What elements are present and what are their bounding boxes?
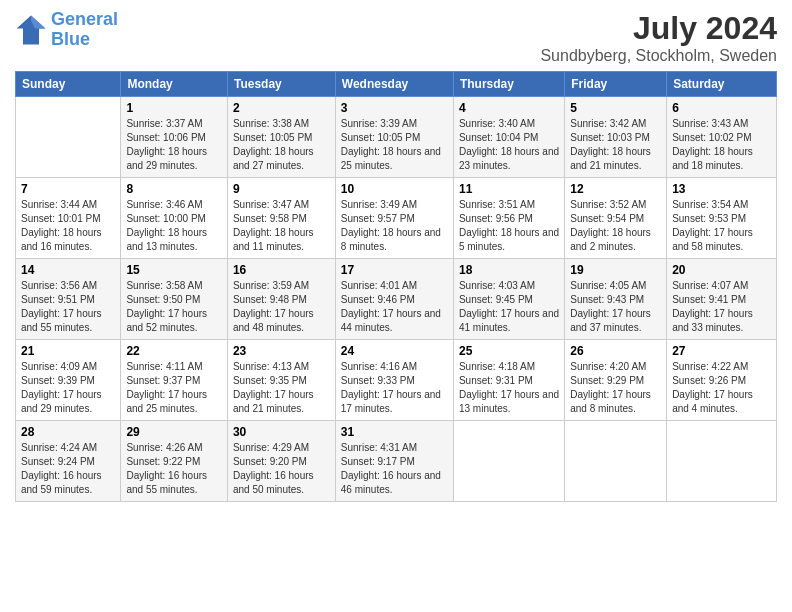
day-info: Sunrise: 4:31 AMSunset: 9:17 PMDaylight:… (341, 441, 448, 497)
day-info: Sunrise: 3:56 AMSunset: 9:51 PMDaylight:… (21, 279, 115, 335)
day-info: Sunrise: 3:42 AMSunset: 10:03 PMDaylight… (570, 117, 661, 173)
day-info: Sunrise: 3:44 AMSunset: 10:01 PMDaylight… (21, 198, 115, 254)
day-cell: 31Sunrise: 4:31 AMSunset: 9:17 PMDayligh… (335, 421, 453, 502)
day-info: Sunrise: 4:01 AMSunset: 9:46 PMDaylight:… (341, 279, 448, 335)
day-info: Sunrise: 4:03 AMSunset: 9:45 PMDaylight:… (459, 279, 559, 335)
day-cell: 25Sunrise: 4:18 AMSunset: 9:31 PMDayligh… (453, 340, 564, 421)
day-number: 15 (126, 263, 222, 277)
day-info: Sunrise: 4:07 AMSunset: 9:41 PMDaylight:… (672, 279, 771, 335)
day-cell: 29Sunrise: 4:26 AMSunset: 9:22 PMDayligh… (121, 421, 228, 502)
day-number: 13 (672, 182, 771, 196)
day-number: 23 (233, 344, 330, 358)
day-number: 25 (459, 344, 559, 358)
day-cell (16, 97, 121, 178)
day-number: 14 (21, 263, 115, 277)
day-info: Sunrise: 3:52 AMSunset: 9:54 PMDaylight:… (570, 198, 661, 254)
day-number: 4 (459, 101, 559, 115)
day-info: Sunrise: 4:11 AMSunset: 9:37 PMDaylight:… (126, 360, 222, 416)
weekday-header-row: SundayMondayTuesdayWednesdayThursdayFrid… (16, 72, 777, 97)
day-info: Sunrise: 3:39 AMSunset: 10:05 PMDaylight… (341, 117, 448, 173)
day-number: 20 (672, 263, 771, 277)
day-number: 8 (126, 182, 222, 196)
day-cell: 4Sunrise: 3:40 AMSunset: 10:04 PMDayligh… (453, 97, 564, 178)
weekday-header-sunday: Sunday (16, 72, 121, 97)
day-number: 29 (126, 425, 222, 439)
day-number: 10 (341, 182, 448, 196)
day-info: Sunrise: 4:16 AMSunset: 9:33 PMDaylight:… (341, 360, 448, 416)
header: General Blue July 2024 Sundbyberg, Stock… (15, 10, 777, 65)
day-cell (565, 421, 667, 502)
day-number: 2 (233, 101, 330, 115)
day-number: 22 (126, 344, 222, 358)
day-info: Sunrise: 3:51 AMSunset: 9:56 PMDaylight:… (459, 198, 559, 254)
day-info: Sunrise: 3:43 AMSunset: 10:02 PMDaylight… (672, 117, 771, 173)
day-number: 12 (570, 182, 661, 196)
day-number: 7 (21, 182, 115, 196)
day-cell: 30Sunrise: 4:29 AMSunset: 9:20 PMDayligh… (227, 421, 335, 502)
day-cell: 13Sunrise: 3:54 AMSunset: 9:53 PMDayligh… (667, 178, 777, 259)
day-cell: 12Sunrise: 3:52 AMSunset: 9:54 PMDayligh… (565, 178, 667, 259)
day-info: Sunrise: 4:26 AMSunset: 9:22 PMDaylight:… (126, 441, 222, 497)
logo: General Blue (15, 10, 118, 50)
day-info: Sunrise: 4:09 AMSunset: 9:39 PMDaylight:… (21, 360, 115, 416)
day-cell: 7Sunrise: 3:44 AMSunset: 10:01 PMDayligh… (16, 178, 121, 259)
day-cell: 19Sunrise: 4:05 AMSunset: 9:43 PMDayligh… (565, 259, 667, 340)
day-cell: 11Sunrise: 3:51 AMSunset: 9:56 PMDayligh… (453, 178, 564, 259)
day-info: Sunrise: 4:22 AMSunset: 9:26 PMDaylight:… (672, 360, 771, 416)
title-area: July 2024 Sundbyberg, Stockholm, Sweden (540, 10, 777, 65)
day-info: Sunrise: 4:29 AMSunset: 9:20 PMDaylight:… (233, 441, 330, 497)
calendar-table: SundayMondayTuesdayWednesdayThursdayFrid… (15, 71, 777, 502)
day-number: 3 (341, 101, 448, 115)
week-row-1: 1Sunrise: 3:37 AMSunset: 10:06 PMDayligh… (16, 97, 777, 178)
day-info: Sunrise: 4:05 AMSunset: 9:43 PMDaylight:… (570, 279, 661, 335)
day-cell: 10Sunrise: 3:49 AMSunset: 9:57 PMDayligh… (335, 178, 453, 259)
day-number: 21 (21, 344, 115, 358)
day-info: Sunrise: 3:37 AMSunset: 10:06 PMDaylight… (126, 117, 222, 173)
week-row-3: 14Sunrise: 3:56 AMSunset: 9:51 PMDayligh… (16, 259, 777, 340)
day-cell: 16Sunrise: 3:59 AMSunset: 9:48 PMDayligh… (227, 259, 335, 340)
weekday-header-thursday: Thursday (453, 72, 564, 97)
day-cell: 24Sunrise: 4:16 AMSunset: 9:33 PMDayligh… (335, 340, 453, 421)
day-number: 30 (233, 425, 330, 439)
day-cell: 1Sunrise: 3:37 AMSunset: 10:06 PMDayligh… (121, 97, 228, 178)
week-row-5: 28Sunrise: 4:24 AMSunset: 9:24 PMDayligh… (16, 421, 777, 502)
day-cell: 18Sunrise: 4:03 AMSunset: 9:45 PMDayligh… (453, 259, 564, 340)
day-cell (453, 421, 564, 502)
day-cell: 21Sunrise: 4:09 AMSunset: 9:39 PMDayligh… (16, 340, 121, 421)
day-cell (667, 421, 777, 502)
weekday-header-wednesday: Wednesday (335, 72, 453, 97)
day-cell: 20Sunrise: 4:07 AMSunset: 9:41 PMDayligh… (667, 259, 777, 340)
logo-icon (15, 14, 47, 46)
day-number: 18 (459, 263, 559, 277)
weekday-header-friday: Friday (565, 72, 667, 97)
day-cell: 14Sunrise: 3:56 AMSunset: 9:51 PMDayligh… (16, 259, 121, 340)
day-cell: 15Sunrise: 3:58 AMSunset: 9:50 PMDayligh… (121, 259, 228, 340)
day-cell: 28Sunrise: 4:24 AMSunset: 9:24 PMDayligh… (16, 421, 121, 502)
day-info: Sunrise: 3:58 AMSunset: 9:50 PMDaylight:… (126, 279, 222, 335)
day-number: 26 (570, 344, 661, 358)
day-number: 17 (341, 263, 448, 277)
day-number: 19 (570, 263, 661, 277)
day-info: Sunrise: 4:18 AMSunset: 9:31 PMDaylight:… (459, 360, 559, 416)
day-number: 27 (672, 344, 771, 358)
day-info: Sunrise: 3:47 AMSunset: 9:58 PMDaylight:… (233, 198, 330, 254)
logo-line2: Blue (51, 29, 90, 49)
main-title: July 2024 (540, 10, 777, 47)
weekday-header-monday: Monday (121, 72, 228, 97)
day-info: Sunrise: 4:13 AMSunset: 9:35 PMDaylight:… (233, 360, 330, 416)
day-number: 11 (459, 182, 559, 196)
day-number: 31 (341, 425, 448, 439)
day-info: Sunrise: 3:40 AMSunset: 10:04 PMDaylight… (459, 117, 559, 173)
weekday-header-saturday: Saturday (667, 72, 777, 97)
subtitle: Sundbyberg, Stockholm, Sweden (540, 47, 777, 65)
day-cell: 2Sunrise: 3:38 AMSunset: 10:05 PMDayligh… (227, 97, 335, 178)
day-cell: 6Sunrise: 3:43 AMSunset: 10:02 PMDayligh… (667, 97, 777, 178)
day-number: 5 (570, 101, 661, 115)
page: General Blue July 2024 Sundbyberg, Stock… (0, 0, 792, 512)
day-cell: 3Sunrise: 3:39 AMSunset: 10:05 PMDayligh… (335, 97, 453, 178)
day-number: 6 (672, 101, 771, 115)
day-info: Sunrise: 4:24 AMSunset: 9:24 PMDaylight:… (21, 441, 115, 497)
day-cell: 26Sunrise: 4:20 AMSunset: 9:29 PMDayligh… (565, 340, 667, 421)
day-cell: 23Sunrise: 4:13 AMSunset: 9:35 PMDayligh… (227, 340, 335, 421)
day-cell: 17Sunrise: 4:01 AMSunset: 9:46 PMDayligh… (335, 259, 453, 340)
